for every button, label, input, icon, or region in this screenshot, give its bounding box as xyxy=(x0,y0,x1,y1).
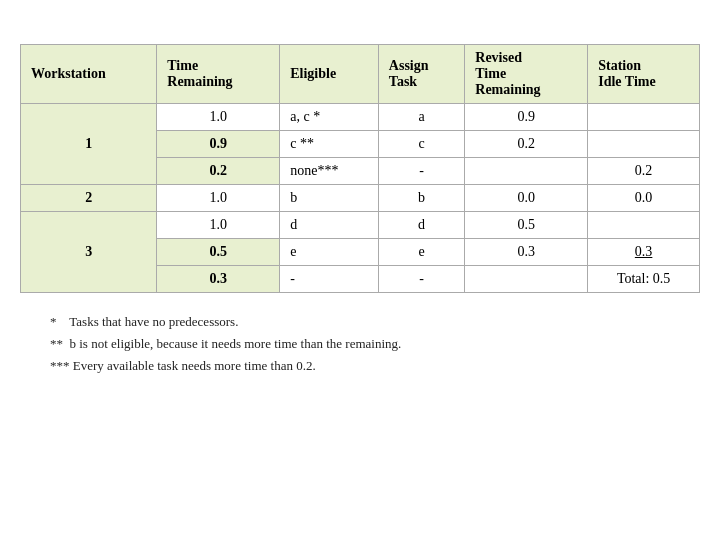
assign-task-cell: - xyxy=(378,266,464,293)
col-time-remaining: TimeRemaining xyxy=(157,45,280,104)
revised-time-cell xyxy=(465,158,588,185)
assign-task-cell: d xyxy=(378,212,464,239)
time-remaining-cell: 0.5 xyxy=(157,239,280,266)
assign-task-cell: - xyxy=(378,158,464,185)
eligible-cell: b xyxy=(280,185,379,212)
revised-time-cell: 0.9 xyxy=(465,104,588,131)
footnote-1-marker: * xyxy=(50,314,66,329)
col-assign-task: AssignTask xyxy=(378,45,464,104)
idle-time-cell xyxy=(588,212,700,239)
assign-task-cell: c xyxy=(378,131,464,158)
revised-time-cell: 0.2 xyxy=(465,131,588,158)
idle-time-cell xyxy=(588,131,700,158)
time-remaining-cell: 1.0 xyxy=(157,104,280,131)
idle-time-cell: 0.0 xyxy=(588,185,700,212)
eligible-cell: none*** xyxy=(280,158,379,185)
workstation-cell: 1 xyxy=(21,104,157,185)
eligible-cell: a, c * xyxy=(280,104,379,131)
table-header-row: Workstation TimeRemaining Eligible Assig… xyxy=(21,45,700,104)
table-row: 21.0bb0.00.0 xyxy=(21,185,700,212)
eligible-cell: c ** xyxy=(280,131,379,158)
eligible-cell: d xyxy=(280,212,379,239)
idle-time-cell: 0.2 xyxy=(588,158,700,185)
time-remaining-cell: 0.9 xyxy=(157,131,280,158)
eligible-cell: - xyxy=(280,266,379,293)
revised-time-cell: 0.3 xyxy=(465,239,588,266)
workstation-cell: 2 xyxy=(21,185,157,212)
col-idle-time: StationIdle Time xyxy=(588,45,700,104)
footnote-2-text: b is not eligible, because it needs more… xyxy=(70,336,402,351)
footnote-1-text: Tasks that have no predecessors. xyxy=(69,314,238,329)
assign-task-cell: b xyxy=(378,185,464,212)
idle-time-cell: Total: 0.5 xyxy=(588,266,700,293)
footnote-3: *** Every available task needs more time… xyxy=(50,355,401,377)
footnotes-section: * Tasks that have no predecessors. ** b … xyxy=(30,311,401,377)
table-row: 31.0dd0.5 xyxy=(21,212,700,239)
footnote-1: * Tasks that have no predecessors. xyxy=(50,311,401,333)
revised-time-cell: 0.5 xyxy=(465,212,588,239)
idle-time-cell xyxy=(588,104,700,131)
time-remaining-cell: 0.3 xyxy=(157,266,280,293)
time-remaining-cell: 1.0 xyxy=(157,212,280,239)
eligible-cell: e xyxy=(280,239,379,266)
col-revised-time: RevisedTimeRemaining xyxy=(465,45,588,104)
revised-time-cell xyxy=(465,266,588,293)
workstation-cell: 3 xyxy=(21,212,157,293)
footnote-3-text: Every available task needs more time tha… xyxy=(73,358,316,373)
footnote-3-marker: *** xyxy=(50,358,70,373)
table-row: 11.0a, c *a0.9 xyxy=(21,104,700,131)
idle-time-cell: 0.3 xyxy=(588,239,700,266)
time-remaining-cell: 1.0 xyxy=(157,185,280,212)
solution-table: Workstation TimeRemaining Eligible Assig… xyxy=(20,44,700,293)
time-remaining-cell: 0.2 xyxy=(157,158,280,185)
assign-task-cell: e xyxy=(378,239,464,266)
col-workstation: Workstation xyxy=(21,45,157,104)
footnote-2: ** b is not eligible, because it needs m… xyxy=(50,333,401,355)
assign-task-cell: a xyxy=(378,104,464,131)
col-eligible: Eligible xyxy=(280,45,379,104)
revised-time-cell: 0.0 xyxy=(465,185,588,212)
footnote-2-marker: ** xyxy=(50,336,66,351)
